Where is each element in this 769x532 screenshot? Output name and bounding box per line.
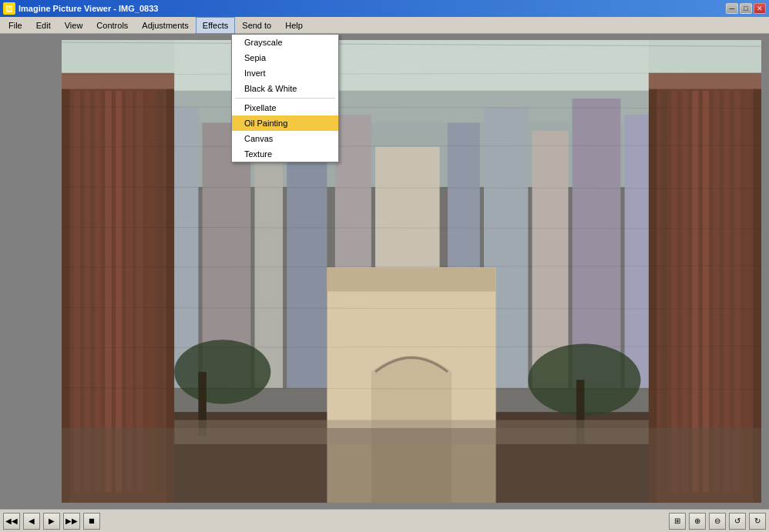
title-bar-buttons: ─ □ ✕: [726, 3, 766, 14]
menu-edit[interactable]: Edit: [29, 17, 58, 34]
effects-dropdown: Grayscale Sepia Invert Black & White Pix…: [231, 34, 339, 162]
btn-prev-first[interactable]: ◀◀: [3, 513, 20, 530]
btn-zoom-out[interactable]: ⊖: [709, 513, 726, 530]
menu-file[interactable]: File: [2, 17, 29, 34]
svg-rect-41: [327, 267, 495, 291]
btn-prev[interactable]: ◀: [23, 513, 40, 530]
menu-effects[interactable]: Effects: [196, 17, 235, 34]
svg-rect-39: [649, 73, 761, 89]
btn-zoom-in[interactable]: ⊕: [689, 513, 706, 530]
effect-texture[interactable]: Texture: [232, 146, 338, 162]
menu-sendto[interactable]: Send to: [235, 17, 278, 34]
btn-rotate-left[interactable]: ↺: [729, 513, 746, 530]
menu-help[interactable]: Help: [278, 17, 310, 34]
effect-bw[interactable]: Black & White: [232, 81, 338, 96]
image-canvas: [62, 40, 761, 503]
effect-sepia[interactable]: Sepia: [232, 50, 338, 65]
svg-rect-6: [287, 139, 327, 388]
effect-invert[interactable]: Invert: [232, 65, 338, 81]
app-icon: 🖼: [3, 2, 15, 15]
minimize-button[interactable]: ─: [726, 3, 738, 14]
effect-grayscale[interactable]: Grayscale: [232, 35, 338, 50]
effect-canvas[interactable]: Canvas: [232, 131, 338, 146]
image-area: [62, 40, 761, 503]
menu-adjustments[interactable]: Adjustments: [135, 17, 196, 34]
bottom-toolbar: ◀◀ ◀ ▶ ▶▶ ⏹ ⊞ ⊕ ⊖ ↺ ↻: [0, 509, 769, 532]
svg-rect-13: [625, 115, 653, 388]
btn-next-last[interactable]: ▶▶: [63, 513, 80, 530]
btn-rotate-right[interactable]: ↻: [749, 513, 766, 530]
close-button[interactable]: ✕: [754, 3, 766, 14]
menu-view[interactable]: View: [58, 17, 90, 34]
svg-rect-48: [174, 420, 649, 444]
main-content: [0, 34, 769, 509]
effect-pixellate[interactable]: Pixellate: [232, 100, 338, 115]
title-bar: 🖼 Imagine Picture Viewer - IMG_0833 ─ □ …: [0, 0, 769, 17]
menu-separator-1: [235, 98, 335, 99]
title-bar-left: 🖼 Imagine Picture Viewer - IMG_0833: [3, 2, 158, 15]
menu-bar: File Edit View Controls Adjustments Effe…: [0, 17, 769, 34]
menu-controls[interactable]: Controls: [89, 17, 135, 34]
svg-point-42: [174, 340, 270, 403]
restore-button[interactable]: □: [740, 3, 752, 14]
btn-zoom-fit[interactable]: ⊞: [669, 513, 686, 530]
btn-stop[interactable]: ⏹: [83, 513, 100, 530]
svg-rect-27: [62, 73, 174, 89]
effect-oil-painting[interactable]: Oil Painting: [232, 115, 338, 131]
window-title: Imagine Picture Viewer - IMG_0833: [18, 4, 158, 13]
btn-next[interactable]: ▶: [43, 513, 60, 530]
